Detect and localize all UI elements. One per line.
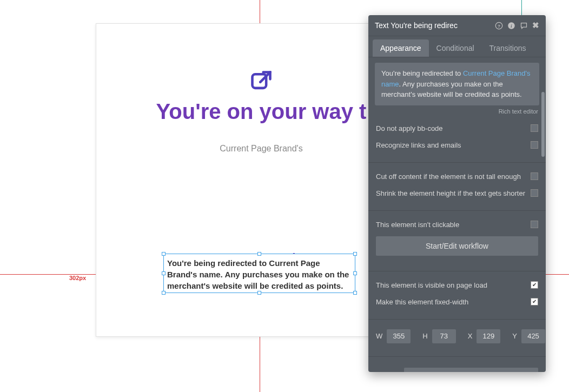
help-icon[interactable]: ? (495, 22, 503, 30)
panel-scrollbar-thumb[interactable] (541, 92, 545, 157)
dim-input-x[interactable] (477, 329, 500, 343)
richtext-pre: You're being redirected to (381, 69, 463, 77)
dim-label-y: Y (512, 332, 517, 340)
option-visible-on-load: This element is visible on page load (376, 277, 538, 294)
option-not-clickable: This element isn't clickable (376, 216, 538, 233)
svg-rect-0 (253, 74, 267, 88)
checkbox-visible-on-load[interactable] (531, 281, 538, 289)
resize-handle-e[interactable] (353, 271, 357, 275)
tab-appearance[interactable]: Appearance (373, 39, 429, 57)
panel-tabs: Appearance Conditional Transitions (368, 36, 546, 57)
option-shrink: Shrink the element height if the text ge… (376, 185, 538, 202)
close-icon[interactable]: ✖ (532, 21, 539, 30)
option-recognize-links: Recognize links and emails (376, 137, 538, 154)
dim-label-x: X (468, 332, 473, 340)
selected-text-body[interactable]: You're being redirected to Current Page … (164, 254, 355, 295)
start-edit-workflow-button[interactable]: Start/Edit workflow (376, 236, 538, 256)
style-selected-value: Body Copy (409, 372, 446, 373)
checkbox-fixed-width[interactable] (531, 298, 538, 305)
offset-label-left: 302px (69, 275, 86, 281)
dim-input-w[interactable] (387, 329, 411, 343)
dim-input-h[interactable] (432, 329, 456, 343)
richtext-post: . Any purchases you make on the merchant… (381, 80, 522, 99)
tab-transitions[interactable]: Transitions (482, 39, 534, 57)
dim-label-h: H (422, 332, 427, 340)
style-row: Style Body Copy ▼ (376, 362, 538, 373)
divider (368, 271, 546, 271)
resize-handle-nw[interactable] (162, 252, 166, 256)
divider (368, 210, 546, 211)
guide-teal-vertical (521, 0, 522, 15)
richtext-editor[interactable]: You're being redirected to Current Page … (375, 63, 539, 105)
resize-handle-se[interactable] (353, 291, 357, 295)
checkbox-not-clickable[interactable] (531, 221, 538, 228)
selected-element[interactable]: You're being redirected to Current Page … (163, 254, 355, 293)
checkbox-cut-off[interactable] (531, 172, 538, 180)
dim-input-y[interactable] (521, 329, 545, 343)
resize-handle-sw[interactable] (162, 291, 166, 295)
option-cut-off: Cut off content if the element is not ta… (376, 168, 538, 185)
checkbox-shrink[interactable] (531, 189, 538, 197)
resize-handle-s[interactable] (257, 291, 261, 295)
divider (368, 162, 546, 163)
panel-header[interactable]: Text You're being redirec ? i ✖ (368, 15, 546, 36)
dimensions-row: W H X Y (376, 325, 538, 348)
divider (368, 319, 546, 320)
richtext-label[interactable]: Rich text editor (368, 107, 546, 118)
dim-label-w: W (376, 332, 382, 340)
resize-handle-ne[interactable] (353, 252, 357, 256)
divider (368, 356, 546, 357)
resize-handle-w[interactable] (162, 271, 166, 275)
tab-conditional[interactable]: Conditional (429, 39, 482, 57)
option-fixed-width: Make this element fixed-width (376, 294, 538, 310)
style-select[interactable]: Body Copy ▼ (404, 368, 538, 373)
svg-text:?: ? (498, 23, 500, 28)
option-no-bbcode: Do not apply bb-code (376, 120, 538, 137)
checkbox-recognize-links[interactable] (531, 141, 538, 149)
info-icon[interactable]: i (507, 22, 515, 30)
checkbox-no-bbcode[interactable] (531, 124, 538, 132)
resize-handle-n[interactable] (257, 252, 261, 256)
comment-icon[interactable] (520, 22, 528, 30)
panel-title: Text You're being redirec (375, 21, 458, 30)
inspector-panel[interactable]: Text You're being redirec ? i ✖ Appearan… (368, 15, 546, 372)
external-link-icon (249, 69, 273, 93)
